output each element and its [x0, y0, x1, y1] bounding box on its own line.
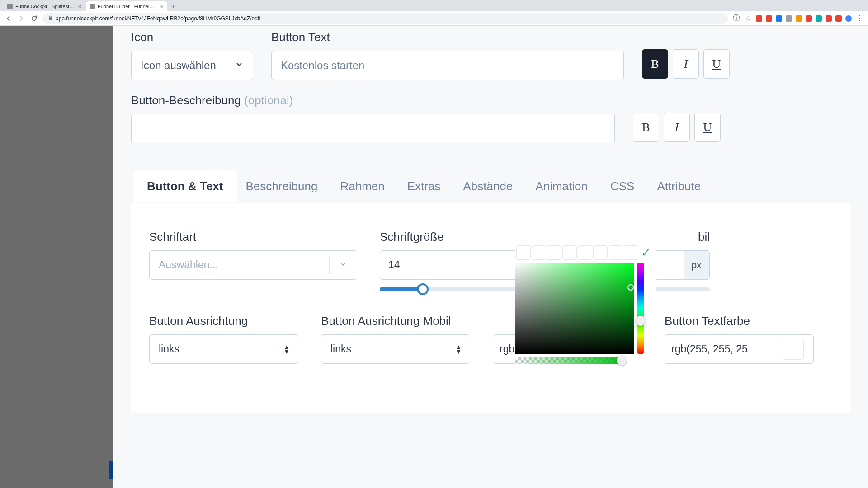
- slider-fill: [380, 287, 423, 291]
- align-desktop-value: links: [159, 343, 179, 355]
- font-family-label: Schriftart: [149, 230, 357, 244]
- tab-content: ✓: [131, 203, 850, 413]
- updown-icon: ▲▼: [283, 345, 290, 354]
- preset-swatch[interactable]: [593, 245, 608, 260]
- optional-hint: (optional): [244, 94, 293, 107]
- forward-button[interactable]: [17, 14, 25, 23]
- back-button[interactable]: [5, 14, 13, 23]
- preset-swatch[interactable]: [532, 245, 546, 260]
- button-text-input[interactable]: [271, 51, 624, 80]
- text-color-input[interactable]: rgb(255, 255, 25: [665, 334, 773, 364]
- select-divider: [329, 256, 330, 274]
- font-size-input[interactable]: 14: [380, 250, 533, 280]
- tab-attribute[interactable]: Attribute: [657, 170, 701, 202]
- sidebar: [0, 26, 113, 488]
- icon-select-text: Icon auswählen: [141, 59, 216, 72]
- font-family-placeholder: Auswählen...: [159, 259, 218, 271]
- svg-rect-0: [49, 17, 52, 19]
- align-mobile-select[interactable]: links ▲▼: [321, 334, 470, 364]
- align-mobile-value: links: [330, 343, 351, 355]
- underline-button[interactable]: U: [703, 49, 730, 79]
- px-suffix: px: [684, 250, 710, 280]
- extension-icon[interactable]: [806, 15, 812, 22]
- bold-button[interactable]: B: [642, 49, 668, 79]
- font-size-slider[interactable]: [380, 287, 533, 291]
- button-text-field: Button Text: [271, 30, 624, 80]
- extension-icon[interactable]: [756, 15, 762, 22]
- preset-swatch[interactable]: [562, 245, 577, 260]
- font-size-label: Schriftgröße: [380, 230, 533, 244]
- updown-icon: ▲▼: [455, 345, 462, 354]
- preset-swatch[interactable]: [547, 245, 561, 260]
- alpha-slider[interactable]: [515, 357, 624, 364]
- align-desktop-select[interactable]: links ▲▼: [149, 334, 298, 364]
- tab-css[interactable]: CSS: [610, 170, 634, 202]
- star-icon[interactable]: ☆: [744, 14, 752, 23]
- extension-icon[interactable]: [796, 15, 802, 22]
- menu-icon[interactable]: ⋮: [855, 14, 863, 23]
- browser-tab[interactable]: Funnel Builder - FunnelCockpit ×: [86, 1, 167, 11]
- text-color-field: rgb(255, 255, 25: [665, 334, 814, 364]
- tab-extras[interactable]: Extras: [407, 170, 441, 202]
- sidebar-edge-handle[interactable]: [109, 461, 113, 479]
- preset-swatch[interactable]: [624, 245, 638, 260]
- description-label: Button-Beschreibung (optional): [131, 94, 615, 108]
- saturation-panel[interactable]: [515, 263, 634, 354]
- editor-panel: Icon Icon auswählen Button Text B: [113, 26, 868, 488]
- alpha-thumb[interactable]: [617, 356, 627, 366]
- align-mobile-label: Button Ausrichtung Mobil: [321, 314, 470, 328]
- extension-icon[interactable]: [786, 15, 792, 22]
- text-color-label: Button Textfarbe: [665, 314, 814, 328]
- chevron-down-icon: [235, 60, 244, 71]
- url-field[interactable]: app.funnelcockpit.com/funnel/NETv4JFeNqa…: [42, 13, 728, 24]
- browser-tab[interactable]: FunnelCockpit - Splittests, M... ×: [4, 1, 85, 11]
- hue-thumb[interactable]: [636, 316, 646, 326]
- extension-icons: ⓘ ☆ ⋮: [732, 14, 863, 23]
- lock-icon: [48, 15, 53, 22]
- tab-rahmen[interactable]: Rahmen: [340, 170, 385, 202]
- description-field: Button-Beschreibung (optional): [131, 94, 615, 143]
- extension-icon[interactable]: [816, 15, 822, 22]
- button-text-label: Button Text: [271, 30, 624, 44]
- icon-field: Icon Icon auswählen: [131, 30, 253, 80]
- settings-tabs: Button & Text Beschreibung Rahmen Extras…: [131, 170, 850, 203]
- bold-button[interactable]: B: [633, 113, 659, 142]
- slider-thumb[interactable]: [417, 283, 429, 295]
- italic-button[interactable]: I: [664, 113, 690, 142]
- close-icon[interactable]: ×: [160, 3, 164, 10]
- browser-tab-strip: FunnelCockpit - Splittests, M... × Funne…: [0, 0, 868, 11]
- extension-icon[interactable]: [776, 15, 782, 22]
- preset-swatch[interactable]: [578, 245, 592, 260]
- tab-button-text[interactable]: Button & Text: [133, 170, 237, 202]
- extension-icon[interactable]: [826, 15, 832, 22]
- hue-slider[interactable]: [637, 263, 644, 354]
- extension-icon[interactable]: [766, 15, 772, 22]
- new-tab-button[interactable]: +: [168, 1, 178, 11]
- info-icon[interactable]: ⓘ: [732, 14, 741, 23]
- avatar[interactable]: [845, 15, 852, 22]
- url-text: app.funnelcockpit.com/funnel/NETv4JFeNqa…: [56, 15, 260, 22]
- preset-swatch[interactable]: [609, 245, 623, 260]
- italic-button[interactable]: I: [673, 49, 699, 79]
- reload-button[interactable]: [30, 14, 38, 23]
- description-input[interactable]: [131, 114, 615, 143]
- check-icon[interactable]: ✓: [641, 246, 651, 260]
- tab-abstaende[interactable]: Abstände: [463, 170, 513, 202]
- close-icon[interactable]: ×: [78, 3, 81, 10]
- underline-button[interactable]: U: [694, 113, 721, 142]
- tab-favicon: [7, 4, 13, 9]
- address-bar: app.funnelcockpit.com/funnel/NETv4JFeNqa…: [0, 11, 868, 26]
- icon-select[interactable]: Icon auswählen: [131, 51, 253, 80]
- extension-icon[interactable]: [835, 15, 842, 22]
- format-group-desc: B I U: [633, 113, 721, 142]
- font-size-mobile-label: bil: [556, 230, 710, 244]
- font-family-select[interactable]: Auswählen...: [149, 250, 357, 280]
- saturation-cursor[interactable]: [627, 284, 634, 291]
- preset-swatch[interactable]: [516, 245, 531, 260]
- tab-animation[interactable]: Animation: [535, 170, 588, 202]
- color-swatch: [783, 339, 804, 360]
- icon-label: Icon: [131, 30, 253, 44]
- text-color-swatch-button[interactable]: [773, 334, 814, 364]
- tab-beschreibung[interactable]: Beschreibung: [246, 170, 318, 202]
- preset-swatches: ✓: [515, 244, 656, 261]
